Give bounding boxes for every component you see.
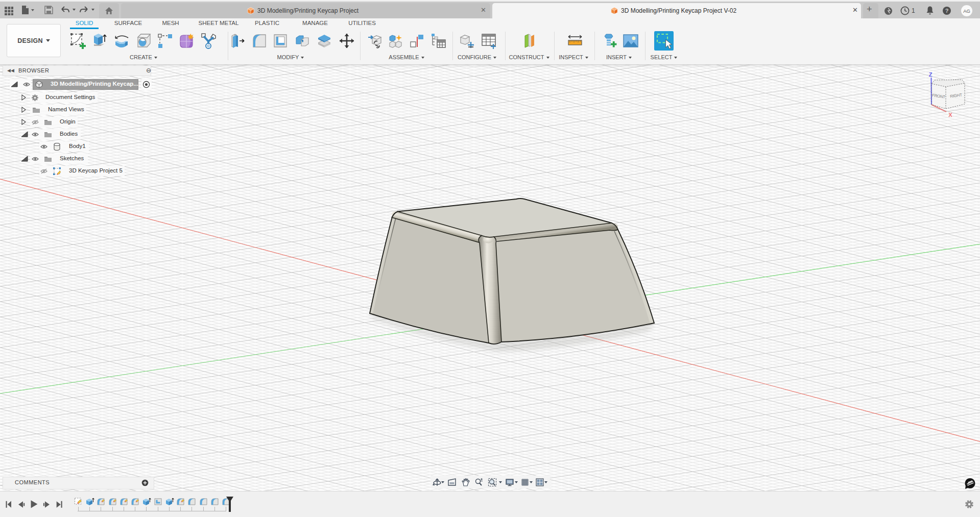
svg-text:?: ?	[945, 8, 949, 14]
svg-text:Z: Z	[929, 71, 933, 78]
svg-text:X: X	[948, 112, 952, 118]
